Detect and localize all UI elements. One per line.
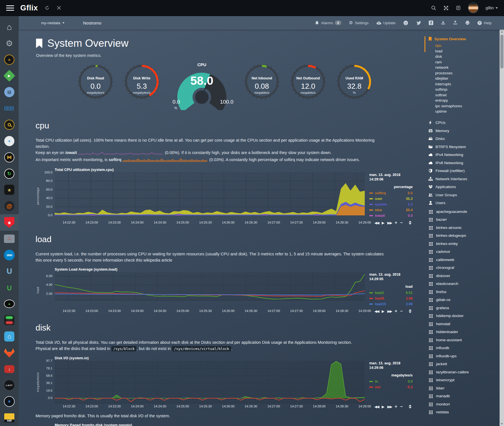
resize-handle[interactable] <box>409 405 412 409</box>
import-button[interactable] <box>441 21 445 25</box>
sidebar-app-gitlab-ce[interactable]: gitlab-ce <box>428 296 499 304</box>
sidebar-item-load[interactable]: load <box>435 48 499 54</box>
chart-system-load[interactable]: System Load Average (system.load) load 2… <box>36 267 414 315</box>
sidebar-item-processes[interactable]: processes <box>435 70 499 76</box>
rail-lidarr[interactable]: ⋈ <box>0 149 19 166</box>
close-icon[interactable] <box>56 5 62 11</box>
sidebar-section-btrfs-filesystem[interactable]: BTRFS filesystem <box>428 143 499 151</box>
sidebar-section-disks[interactable]: Disks <box>428 135 499 143</box>
sidebar-section-users[interactable]: Users <box>428 199 499 207</box>
sidebar-section-cpus[interactable]: CPUs <box>428 119 499 127</box>
search-icon[interactable] <box>431 5 436 11</box>
rail-home[interactable]: ⌂ <box>0 19 19 35</box>
pan-left-button[interactable]: ◀◀ <box>374 309 379 313</box>
print-button[interactable] <box>465 21 470 25</box>
sidebar-app-binhex-airsonic[interactable]: binhex-airsonic <box>428 224 499 232</box>
sidebar-section-applications[interactable]: Applications <box>428 183 499 191</box>
sidebar-item-uptime[interactable]: uptime <box>435 109 499 114</box>
gauge-net-inbound[interactable]: Net Inbound 0.08 megabits/s <box>243 63 281 105</box>
legend-nice[interactable]: nice20.4 <box>369 208 413 212</box>
zoom-out-button[interactable]: − <box>400 404 403 409</box>
facebook-link[interactable] <box>429 21 433 25</box>
sidebar-app-letsencrypt[interactable]: letsencrypt <box>428 376 499 384</box>
chart-plot[interactable] <box>55 272 365 300</box>
gauge-cpu[interactable]: CPU 58.0 0.0 100.0 % <box>169 63 235 112</box>
sidebar-app-hiddenloader[interactable]: hiddenloader <box>428 328 499 336</box>
sidebar-app-lazylibrarian-calibre[interactable]: lazylibrarian-calibre <box>428 368 499 376</box>
sidebar-app-influxdb-ups[interactable]: influxdb-ups <box>428 352 499 360</box>
sidebar-app-home-assistant[interactable]: home-assistant <box>428 336 499 344</box>
rail-netdata[interactable]: ◉ <box>0 214 19 231</box>
sidebar-item-cpu[interactable]: cpu <box>435 43 499 48</box>
update-button[interactable]: Update <box>376 21 396 25</box>
alarms-button[interactable]: Alarms 2 <box>315 21 341 25</box>
sidebar-item-ram[interactable]: ram <box>435 59 499 65</box>
fullscreen-icon[interactable] <box>443 5 449 11</box>
pan-right-button[interactable]: ▶▶ <box>387 221 392 225</box>
zoom-out-button[interactable]: − <box>400 309 403 314</box>
rail-jackett[interactable] <box>0 117 19 133</box>
rail-monitorr[interactable] <box>0 312 19 328</box>
rail-diskover-app[interactable]: ♦ <box>0 393 19 410</box>
zoom-in-button[interactable]: + <box>395 404 397 409</box>
pan-right-button[interactable]: ▶▶ <box>387 405 392 409</box>
legend-load15[interactable]: load152.06 <box>369 302 413 306</box>
sidebar-item-ipc-semaphores[interactable]: ipc semaphores <box>435 103 499 109</box>
zoom-out-button[interactable]: − <box>400 220 403 225</box>
scroll-up-arrow[interactable]: ▲ <box>500 30 504 33</box>
chart-plot[interactable] <box>55 173 365 215</box>
sidebar-item-interrupts[interactable]: interrupts <box>435 81 499 87</box>
legend-in[interactable]: in0.0 <box>369 380 413 383</box>
rail-bazarr[interactable]: ▤ <box>0 84 19 100</box>
sidebar-app-mariadb[interactable]: mariadb <box>428 392 499 400</box>
sidebar-app-monitorr[interactable]: monitorr <box>428 400 499 408</box>
sidebar-app-elasticsearch[interactable]: elasticsearch <box>428 280 499 288</box>
help-button[interactable]: ? Help <box>478 21 492 25</box>
sidebar-section-memory[interactable]: Memory <box>428 127 499 135</box>
legend-softirq[interactable]: softirq0.0 <box>369 191 413 195</box>
chart-plot[interactable] <box>55 361 365 403</box>
sidebar-app-calibreweb[interactable]: calibreweb <box>428 256 499 264</box>
sidebar-app-chronograf[interactable]: chronograf <box>428 264 499 272</box>
play-button[interactable]: ▶ <box>382 405 384 409</box>
sidebar-app-diskover[interactable]: diskover <box>428 272 499 280</box>
sidebar-item-disk[interactable]: disk <box>435 54 499 59</box>
legend-load5[interactable]: load52.68 <box>369 296 413 300</box>
gauge-disk-write[interactable]: Disk Write 5.3 megabytes/s <box>123 63 161 105</box>
sidebar-app-binhex-delugevpn[interactable]: binhex-delugevpn <box>428 232 499 240</box>
sidebar-app-jackett[interactable]: jackett <box>428 360 499 368</box>
zoom-in-button[interactable]: + <box>395 309 397 314</box>
settings-button[interactable]: ⚙ Settings <box>349 21 369 25</box>
sidebar-section-user-groups[interactable]: User Groups <box>428 191 499 199</box>
pan-right-button[interactable]: ▶▶ <box>387 309 392 313</box>
rail-grafana[interactable]: @ <box>0 198 19 214</box>
sidebar-app-heimdall[interactable]: heimdall <box>428 320 499 328</box>
play-button[interactable]: ▶ <box>382 221 384 225</box>
menu-icon[interactable] <box>6 4 14 12</box>
legend-user[interactable]: user35.3 <box>369 197 413 201</box>
play-button[interactable]: ▶ <box>382 309 384 313</box>
rail-green-u-app[interactable]: ∪ <box>0 280 19 296</box>
rail-home-assistant[interactable]: ⌂ <box>0 328 19 345</box>
sidebar-app-netdata[interactable]: netdata <box>428 408 499 416</box>
chart-system-cpu[interactable]: Total CPU utilization (system.cpu) perce… <box>36 168 414 226</box>
twitter-link[interactable] <box>416 21 421 25</box>
avatar[interactable] <box>468 3 479 13</box>
refresh-icon[interactable] <box>44 5 50 11</box>
rail-handbrake[interactable]: ↻ <box>0 166 19 182</box>
rail-lazylibrarian[interactable]: LAZY <box>0 377 19 394</box>
rail-nextcloud[interactable]: ooo <box>0 247 19 263</box>
gauge-used-ram[interactable]: Used RAM 32.8 % <box>335 63 373 105</box>
legend-load1[interactable]: load16.51 <box>369 291 413 295</box>
resize-handle[interactable] <box>409 309 412 313</box>
legend-system[interactable]: system2.3 <box>369 202 413 206</box>
rail-plex[interactable]: » <box>0 52 19 68</box>
chart-system-pgpgio[interactable]: Memory Paged from/to disk (system.pgpgio… <box>36 423 414 426</box>
sidebar-app-binhex-emby[interactable]: binhex-emby <box>428 240 499 248</box>
rail-youtube-dl[interactable]: ↓ <box>0 361 19 377</box>
sidebar-item-idlejitter[interactable]: idlejitter <box>435 76 499 81</box>
sidebar-section-ipv4-networking[interactable]: IPv4 Networking <box>428 151 499 159</box>
legend-out[interactable]: out-5.3 <box>369 385 413 389</box>
sidebar-item-network[interactable]: network <box>435 65 499 70</box>
scrollbar-thumb[interactable] <box>500 35 503 68</box>
